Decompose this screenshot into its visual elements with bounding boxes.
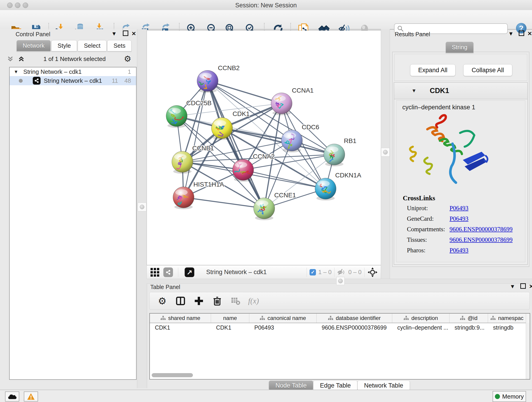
table-header: shared namenamecanonical namedatabase id… [150, 313, 530, 323]
control-panel: Control Panel ▼ ✕ NetworkStyleSelectSets… [0, 29, 137, 387]
birds-eye-view-icon[interactable] [151, 268, 159, 277]
column-type-icon [260, 316, 265, 321]
column-header-canonical-name[interactable]: canonical name [249, 313, 317, 323]
table-panel-close-icon[interactable]: ✕ [529, 283, 532, 290]
control-panel-menu-icon[interactable]: ▼ [111, 31, 117, 37]
show-columns-icon[interactable] [175, 295, 186, 307]
crosslink-link[interactable]: 9606.ENSP00000378699 [450, 226, 513, 233]
fit-selected-crosshair-icon[interactable] [367, 267, 378, 278]
crosslink-link[interactable]: 9606.ENSP00000378699 [450, 236, 513, 243]
horizontal-scrollbar[interactable] [152, 373, 193, 377]
table-cell[interactable]: CDK1 [211, 324, 249, 331]
column-type-icon [328, 316, 333, 321]
crosslink-label: Uniprot: [396, 205, 450, 212]
table-panel-menu-icon[interactable]: ▼ [510, 283, 515, 290]
node-label-CCNE1: CCNE1 [274, 191, 296, 199]
table-options-gear-icon[interactable]: ⚙ [157, 295, 168, 307]
table-cell[interactable]: stringdb [488, 324, 526, 331]
crosslink-link[interactable]: P06493 [450, 247, 469, 254]
control-panel-float-icon[interactable] [123, 31, 128, 37]
tab-select[interactable]: Select [78, 40, 107, 51]
control-panel-close-icon[interactable]: ✕ [132, 31, 136, 37]
results-buttons-bar: Expand All Collapse All [394, 54, 527, 81]
splitter-network-table[interactable] [147, 279, 532, 284]
node-label-CDK1: CDK1 [233, 110, 250, 117]
cloud-status-button[interactable] [5, 391, 19, 402]
column-header-shared-name[interactable]: shared name [150, 313, 211, 323]
function-builder-icon[interactable]: f(x) [248, 295, 259, 307]
results-panel-close-icon[interactable]: ✕ [527, 31, 532, 37]
tab-node-table[interactable]: Node Table [269, 380, 313, 390]
node-table[interactable]: shared namenamecanonical namedatabase id… [149, 313, 530, 380]
expand-all-icon[interactable] [17, 55, 25, 63]
collapse-all-button[interactable]: Collapse All [463, 64, 512, 76]
gene-section-header[interactable]: ▼ CDK1 [394, 83, 527, 99]
vertical-scrollbar[interactable] [526, 323, 530, 379]
column-label: name [223, 315, 237, 321]
splitter-handle[interactable] [138, 203, 146, 211]
table-cell[interactable]: CDK1 [150, 324, 211, 331]
collapse-all-icon[interactable] [6, 55, 14, 63]
crosslinks-title: CrossLinks [396, 193, 525, 203]
splitter-handle[interactable] [381, 148, 390, 157]
tab-style[interactable]: Style [51, 40, 77, 51]
column-header--id[interactable]: @id [450, 313, 488, 323]
tab-string[interactable]: String [446, 42, 474, 53]
results-panel-menu-icon[interactable]: ▼ [508, 31, 514, 37]
memory-button[interactable]: Memory [493, 391, 526, 402]
string-style-icon[interactable] [163, 268, 173, 277]
splitter-control-network[interactable] [137, 29, 147, 279]
column-header-namespac[interactable]: namespac [488, 313, 526, 323]
table-tabs: Node TableEdge TableNetwork Table [147, 380, 532, 390]
warning-icon [27, 393, 35, 400]
column-header-database-identifier[interactable]: database identifier [317, 313, 392, 323]
table-cell[interactable]: stringdb:9... [450, 324, 488, 331]
table-row[interactable]: CDK1CDK1P064939606.ENSP00000378699cyclin… [150, 323, 530, 332]
crosslink-link[interactable]: P06493 [450, 205, 469, 212]
tab-edge-table[interactable]: Edge Table [313, 380, 357, 390]
crosslink-label: Pharos: [396, 247, 450, 254]
results-panel-title: Results Panel [395, 31, 430, 37]
network-row[interactable]: String Network – cdk1 11 48 [10, 76, 136, 85]
crosslink-row: GeneCard:P06493 [396, 213, 525, 224]
network-canvas[interactable]: CCNB2CCNA1CDC25BCDK1CDC6RB1CCNB1CCNA2CDK… [147, 31, 381, 265]
window-title: Session: New Session [0, 2, 532, 9]
column-label: description [411, 315, 438, 321]
column-label: shared name [168, 315, 200, 321]
results-panel: Results Panel ▼ ✕ String Expand All Coll… [389, 29, 532, 279]
crosslink-link[interactable]: P06493 [450, 215, 469, 222]
table-cell[interactable]: P06493 [249, 324, 317, 331]
collection-expand-icon[interactable]: ▼ [14, 69, 18, 75]
table-cell[interactable]: 9606.ENSP00000378699 [317, 324, 392, 331]
collection-label: String Network – cdk1 [23, 68, 82, 75]
expand-all-button[interactable]: Expand All [410, 64, 456, 76]
string-results-card: Expand All Collapse All ▼ CDK1 cyclin–de… [392, 52, 529, 267]
splitter-control-table[interactable] [137, 279, 147, 388]
tab-network[interactable]: Network [17, 40, 51, 51]
network-collection-row[interactable]: ▼ String Network – cdk1 1 [10, 67, 136, 76]
table-panel: Table Panel ▼ ✕ ⚙ f(x) shared namenameca… [147, 283, 532, 388]
open-in-window-icon[interactable]: ↗ [185, 268, 194, 277]
network-edge-count: 48 [124, 77, 131, 84]
gene-collapse-icon[interactable]: ▼ [412, 88, 417, 94]
gene-section: ▼ CDK1 cyclin–dependent kinase 1 [394, 82, 528, 265]
network-selection-status: 1 of 1 Network selected [25, 56, 124, 63]
delete-table-icon[interactable] [230, 295, 241, 307]
tab-network-table[interactable]: Network Table [357, 380, 410, 390]
main-toolbar: ? [0, 10, 532, 30]
network-options-gear-icon[interactable]: ⚙ [124, 55, 131, 63]
node-label-CDC25B: CDC25B [186, 99, 211, 107]
results-panel-float-icon[interactable] [519, 31, 524, 37]
table-panel-float-icon[interactable] [520, 283, 526, 290]
create-column-icon[interactable] [193, 295, 205, 307]
column-header-description[interactable]: description [392, 313, 450, 323]
titlebar: Session: New Session [0, 0, 532, 10]
crosslinks-list: Uniprot:P06493GeneCard:P06493Compartment… [396, 203, 525, 255]
warnings-button[interactable] [24, 391, 38, 402]
tab-sets[interactable]: Sets [107, 40, 132, 51]
table-cell[interactable]: cyclin–dependent ... [392, 324, 450, 331]
splitter-network-results[interactable] [381, 29, 390, 279]
column-header-name[interactable]: name [211, 313, 249, 323]
selected-indicator-checkbox[interactable]: ✓ [310, 269, 316, 275]
delete-column-icon[interactable] [211, 295, 223, 307]
